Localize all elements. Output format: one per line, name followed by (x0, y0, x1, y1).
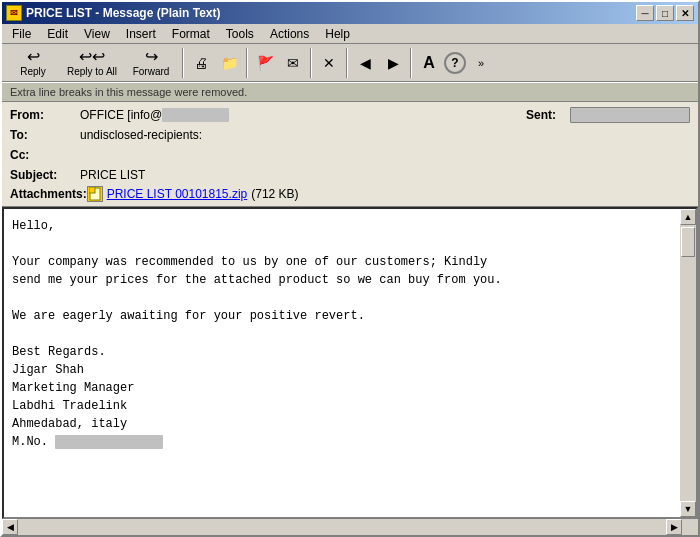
extra-button[interactable]: » (468, 50, 494, 76)
reply-all-button[interactable]: ↩↩ Reply to All (62, 46, 122, 80)
scroll-thumb-v[interactable] (681, 227, 695, 257)
scroll-track-h[interactable] (18, 519, 666, 535)
menu-bar: File Edit View Insert Format Tools Actio… (2, 24, 698, 44)
window-controls: ─ □ ✕ (636, 5, 694, 21)
print-button[interactable]: 🖨 (188, 50, 214, 76)
scroll-corner (682, 519, 698, 535)
main-window: ✉ PRICE LIST - Message (Plain Text) ─ □ … (0, 0, 700, 537)
cc-label: Cc: (10, 148, 80, 162)
delete-button[interactable]: ✕ (316, 50, 342, 76)
move-button[interactable]: 📁 (216, 50, 242, 76)
sent-value (570, 107, 690, 123)
attachment-row: Attachments: PRICE LIST 00101815.zip (71… (10, 186, 690, 202)
attachment-icon (87, 186, 103, 202)
from-value: OFFICE [info@ (80, 108, 526, 122)
cc-row: Cc: (10, 146, 690, 164)
scroll-up-button[interactable]: ▲ (680, 209, 696, 225)
horizontal-scrollbar: ◀ ▶ (2, 519, 682, 535)
close-button[interactable]: ✕ (676, 5, 694, 21)
title-bar: ✉ PRICE LIST - Message (Plain Text) ─ □ … (2, 2, 698, 24)
reply-label: Reply (20, 66, 46, 77)
reply-all-icon: ↩↩ (79, 49, 105, 65)
menu-tools[interactable]: Tools (218, 25, 262, 43)
menu-actions[interactable]: Actions (262, 25, 317, 43)
scroll-down-button[interactable]: ▼ (680, 501, 696, 517)
from-right: Sent: (526, 107, 690, 123)
font-button[interactable]: A (416, 50, 442, 76)
info-bar: Extra line breaks in this message were r… (2, 82, 698, 102)
flag-button[interactable]: 🚩 (252, 50, 278, 76)
from-label: From: (10, 108, 80, 122)
menu-edit[interactable]: Edit (39, 25, 76, 43)
sent-label: Sent: (526, 108, 566, 122)
info-message: Extra line breaks in this message were r… (10, 86, 247, 98)
svg-rect-1 (89, 187, 95, 193)
attachments-label: Attachments: (10, 187, 87, 201)
reply-icon: ↩ (27, 49, 40, 65)
forward-icon: ↪ (145, 49, 158, 65)
minimize-button[interactable]: ─ (636, 5, 654, 21)
menu-insert[interactable]: Insert (118, 25, 164, 43)
prev-button[interactable]: ◀ (352, 50, 378, 76)
reply-button[interactable]: ↩ Reply (6, 46, 60, 80)
from-row: From: OFFICE [info@ Sent: (10, 106, 690, 124)
separator-1 (182, 48, 184, 78)
subject-row: Subject: PRICE LIST (10, 166, 690, 184)
separator-5 (410, 48, 412, 78)
menu-help[interactable]: Help (317, 25, 358, 43)
phone-redacted (55, 435, 163, 449)
subject-label: Subject: (10, 168, 80, 182)
envelope-button[interactable]: ✉ (280, 50, 306, 76)
scroll-left-button[interactable]: ◀ (2, 519, 18, 535)
to-label: To: (10, 128, 80, 142)
window-icon: ✉ (6, 5, 22, 21)
reply-all-label: Reply to All (67, 66, 117, 77)
to-value: undisclosed-recipients: (80, 128, 690, 142)
toolbar: ↩ Reply ↩↩ Reply to All ↪ Forward 🖨 📁 🚩 … (2, 44, 698, 82)
scroll-right-button[interactable]: ▶ (666, 519, 682, 535)
from-left: From: OFFICE [info@ (10, 108, 526, 122)
bottom-bar: ◀ ▶ (2, 519, 698, 535)
maximize-button[interactable]: □ (656, 5, 674, 21)
window-title: PRICE LIST - Message (Plain Text) (26, 6, 636, 20)
email-header: From: OFFICE [info@ Sent: To: undisclose… (2, 102, 698, 207)
separator-4 (346, 48, 348, 78)
subject-value: PRICE LIST (80, 168, 690, 182)
to-row: To: undisclosed-recipients: (10, 126, 690, 144)
forward-label: Forward (133, 66, 170, 77)
scroll-track-v[interactable] (680, 225, 696, 501)
message-body-container: Hello, Your company was recommended to u… (2, 207, 698, 519)
separator-2 (246, 48, 248, 78)
separator-3 (310, 48, 312, 78)
from-redacted (162, 108, 229, 122)
vertical-scrollbar: ▲ ▼ (680, 209, 696, 517)
next-button[interactable]: ▶ (380, 50, 406, 76)
menu-file[interactable]: File (4, 25, 39, 43)
menu-view[interactable]: View (76, 25, 118, 43)
forward-button[interactable]: ↪ Forward (124, 46, 178, 80)
attachment-size: (712 KB) (251, 187, 298, 201)
message-body: Hello, Your company was recommended to u… (4, 209, 680, 517)
help-button[interactable]: ? (444, 52, 466, 74)
attachment-name[interactable]: PRICE LIST 00101815.zip (107, 187, 248, 201)
menu-format[interactable]: Format (164, 25, 218, 43)
